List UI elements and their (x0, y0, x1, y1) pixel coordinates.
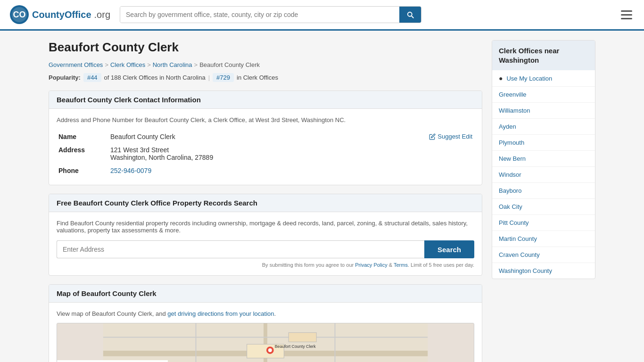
contact-section: Beaufort County Clerk Contact Informatio… (49, 90, 482, 185)
sidebar-item[interactable]: Windsor (492, 167, 595, 183)
popularity-rank2-context: in Clerk Offices (237, 74, 278, 81)
sidebar-item[interactable]: Plymouth (492, 135, 595, 151)
table-row: Name Beaufort County Clerk Suggest Edit (57, 130, 474, 143)
address-value: 121 West 3rd Street Washington, North Ca… (108, 143, 474, 164)
edit-icon (429, 133, 436, 140)
sidebar-item[interactable]: Pitt County (492, 215, 595, 231)
search-icon (406, 10, 414, 19)
property-section-header: Free Beaufort County Clerk Office Proper… (49, 194, 482, 212)
contact-section-header: Beaufort County Clerk Contact Informatio… (49, 91, 482, 109)
logo-icon: CO (9, 5, 29, 25)
sidebar-link-pitt-county[interactable]: Pitt County (499, 219, 529, 226)
breadcrumb-current: Beaufort County Clerk (199, 61, 260, 68)
sidebar-link-windsor[interactable]: Windsor (499, 171, 521, 178)
sidebar: Clerk Offices near Washington ● Use My L… (492, 40, 595, 362)
sidebar-link-martin-county[interactable]: Martin County (499, 235, 537, 242)
phone-value: 252-946-0079 (108, 164, 474, 177)
sidebar-item[interactable]: Greenville (492, 87, 595, 103)
use-my-location-link[interactable]: Use My Location (506, 75, 552, 82)
sidebar-item[interactable]: Craven County (492, 247, 595, 263)
map-container[interactable]: Beaufort County Clerk Beaufort County Co… (57, 323, 474, 362)
sidebar-item[interactable]: Oak City (492, 199, 595, 215)
sidebar-item[interactable]: Martin County (492, 231, 595, 247)
breadcrumb-clerk-offices[interactable]: Clerk Offices (110, 61, 145, 68)
svg-point-13 (268, 348, 272, 352)
property-description: Find Beaufort County residential propert… (57, 220, 474, 234)
popularity-bar: Popularity: #44 of 188 Clerk Offices in … (49, 73, 482, 82)
search-input[interactable] (120, 7, 399, 23)
suggest-edit-button[interactable]: Suggest Edit (429, 133, 472, 140)
privacy-policy-link[interactable]: Privacy Policy (355, 262, 387, 268)
menu-icon[interactable] (619, 8, 635, 22)
sidebar-item[interactable]: New Bern (492, 151, 595, 167)
page-title: Beaufort County Clerk (49, 40, 482, 55)
directions-link[interactable]: get driving directions from your locatio… (167, 310, 274, 317)
breadcrumb: Government Offices > Clerk Offices > Nor… (49, 61, 482, 68)
contact-description: Address and Phone Number for Beaufort Co… (57, 116, 474, 123)
breadcrumb-gov-offices[interactable]: Government Offices (49, 61, 103, 68)
table-row: Phone 252-946-0079 (57, 164, 474, 177)
popularity-label: Popularity: (49, 74, 81, 81)
sidebar-title: Clerk Offices near Washington (492, 41, 595, 70)
breadcrumb-sep-1: > (105, 61, 108, 68)
breadcrumb-sep-2: > (147, 61, 151, 68)
map-image: Beaufort County Clerk (57, 323, 474, 362)
search-button[interactable] (399, 7, 421, 23)
map-description: View map of Beaufort County Clerk, and g… (57, 310, 474, 317)
location-icon: ● (499, 74, 503, 82)
phone-label: Phone (57, 164, 108, 177)
table-row: Address 121 West 3rd Street Washington, … (57, 143, 474, 164)
property-section: Free Beaufort County Clerk Office Proper… (49, 194, 482, 276)
svg-text:CO: CO (13, 10, 26, 19)
sidebar-item[interactable]: Williamston (492, 103, 595, 119)
sidebar-item[interactable]: Bayboro (492, 183, 595, 199)
contact-table: Name Beaufort County Clerk Suggest Edit (57, 130, 474, 177)
svg-rect-11 (289, 333, 316, 342)
phone-link[interactable]: 252-946-0079 (110, 167, 151, 174)
sidebar-link-greenville[interactable]: Greenville (499, 91, 527, 98)
sidebar-link-bayboro[interactable]: Bayboro (499, 187, 521, 194)
address-label: Address (57, 143, 108, 164)
map-section-header: Map of Beaufort County Clerk (49, 285, 482, 303)
address-search-row: Search (57, 240, 474, 258)
sidebar-link-washington-county[interactable]: Washington County (499, 267, 552, 274)
form-disclaimer: By submitting this form you agree to our… (57, 262, 474, 268)
breadcrumb-nc[interactable]: North Carolina (153, 61, 192, 68)
header-search-bar (120, 6, 421, 23)
popularity-sep: | (208, 74, 210, 81)
sidebar-link-oak-city[interactable]: Oak City (499, 203, 522, 210)
breadcrumb-sep-3: > (194, 61, 198, 68)
sidebar-link-plymouth[interactable]: Plymouth (499, 139, 524, 146)
sidebar-use-location[interactable]: ● Use My Location (492, 70, 595, 87)
map-section: Map of Beaufort County Clerk View map of… (49, 284, 482, 362)
logo[interactable]: CO CountyOffice.org (9, 5, 110, 25)
sidebar-link-williamston[interactable]: Williamston (499, 107, 530, 114)
name-value: Beaufort County Clerk Suggest Edit (108, 130, 474, 143)
popularity-rank2: #729 (213, 73, 234, 82)
sidebar-link-new-bern[interactable]: New Bern (499, 155, 526, 162)
address-input[interactable] (57, 240, 424, 258)
popularity-rank1: #44 (83, 73, 101, 82)
logo-org: .org (94, 9, 110, 20)
map-overlay: Beaufort County Courthouse/ Clerk ... Vi… (57, 360, 168, 362)
sidebar-item[interactable]: Washington County (492, 263, 595, 279)
name-label: Name (57, 130, 108, 143)
popularity-rank1-context: of 188 Clerk Offices in North Carolina (104, 74, 206, 81)
sidebar-item[interactable]: Ayden (492, 119, 595, 135)
terms-link[interactable]: Terms (394, 262, 408, 268)
svg-text:Beaufort County Clerk: Beaufort County Clerk (275, 344, 316, 349)
sidebar-card: Clerk Offices near Washington ● Use My L… (492, 40, 595, 279)
search-property-button[interactable]: Search (424, 240, 474, 258)
logo-text: CountyOffice (32, 9, 91, 20)
sidebar-link-ayden[interactable]: Ayden (499, 123, 516, 130)
sidebar-link-craven-county[interactable]: Craven County (499, 251, 540, 258)
